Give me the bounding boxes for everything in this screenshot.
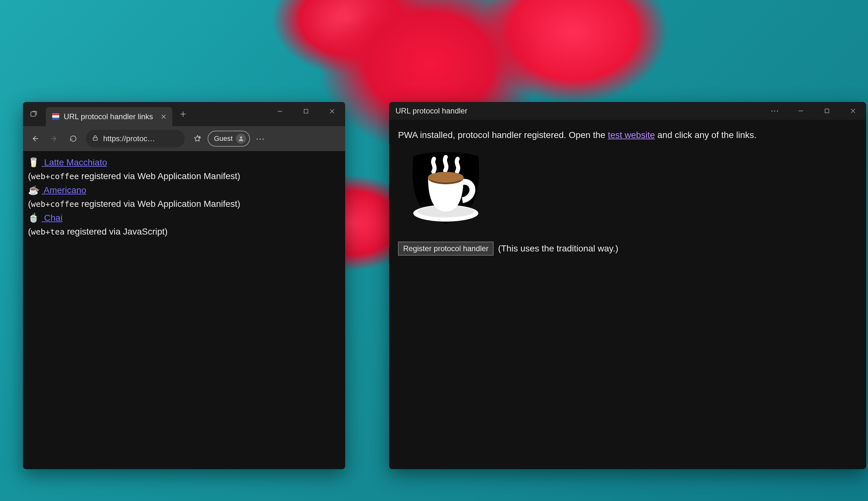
address-bar[interactable]: https://protoc… — [86, 130, 185, 148]
svg-point-6 — [240, 136, 242, 139]
profile-button[interactable]: Guest — [208, 131, 250, 147]
lock-icon — [92, 135, 99, 143]
page-content: 🥛 Latte Macchiato (web+coffee registered… — [23, 151, 345, 469]
svg-rect-7 — [825, 109, 829, 113]
window-controls — [267, 102, 345, 120]
close-window-button[interactable] — [840, 102, 866, 120]
link-row: 🍵 Chai (web+tea registered via JavaScrip… — [28, 211, 340, 239]
link-note: (web+tea registered via JavaScript) — [28, 227, 167, 236]
app-more-button[interactable]: ⋯ — [762, 102, 788, 120]
browser-window: URL protocol handler links — [23, 102, 345, 469]
minimize-button[interactable] — [267, 102, 293, 120]
pwa-titlebar: URL protocol handler ⋯ — [389, 102, 866, 120]
link-chai[interactable]: Chai — [42, 213, 63, 223]
maximize-button[interactable] — [293, 102, 319, 120]
link-note: (web+coffee registered via Web Applicati… — [28, 199, 240, 209]
svg-rect-1 — [52, 113, 59, 115]
link-latte-macchiato[interactable]: Latte Macchiato — [42, 158, 107, 167]
svg-rect-5 — [93, 138, 97, 140]
address-text: https://protoc… — [103, 134, 155, 143]
tab-title: URL protocol handler links — [64, 112, 153, 121]
favorites-button[interactable] — [188, 130, 206, 148]
minimize-button[interactable] — [788, 102, 814, 120]
forward-button[interactable] — [45, 130, 63, 148]
coffee-cup-icon — [398, 148, 497, 234]
link-test-website[interactable]: test website — [608, 130, 655, 140]
svg-rect-4 — [304, 109, 308, 113]
favicon-icon — [52, 113, 60, 121]
emoji-icon: 🍵 — [28, 213, 39, 223]
pwa-content: PWA installed, protocol handler register… — [389, 120, 866, 264]
profile-label: Guest — [214, 135, 233, 143]
tab-close-button[interactable] — [161, 112, 166, 122]
pwa-window: URL protocol handler ⋯ PWA installed, pr… — [389, 102, 866, 469]
browser-toolbar: https://protoc… Guest ⋯ — [23, 126, 345, 151]
pwa-title: URL protocol handler — [395, 106, 468, 115]
emoji-icon: 🥛 — [28, 158, 39, 167]
link-row: ☕ Americano (web+coffee registered via W… — [28, 183, 340, 211]
window-controls: ⋯ — [762, 102, 866, 120]
svg-rect-2 — [52, 115, 59, 118]
browser-titlebar: URL protocol handler links — [23, 102, 345, 126]
settings-more-button[interactable]: ⋯ — [251, 130, 269, 148]
svg-rect-0 — [31, 112, 35, 116]
register-row: Register protocol handler (This uses the… — [398, 242, 857, 256]
browser-tab[interactable]: URL protocol handler links — [46, 107, 172, 126]
register-protocol-handler-button[interactable]: Register protocol handler — [398, 242, 494, 256]
link-row: 🥛 Latte Macchiato (web+coffee registered… — [28, 156, 340, 183]
avatar-icon — [236, 134, 246, 144]
link-americano[interactable]: Americano — [42, 185, 86, 195]
tab-actions-button[interactable] — [27, 107, 41, 121]
maximize-button[interactable] — [814, 102, 840, 120]
emoji-icon: ☕ — [28, 185, 39, 195]
svg-rect-3 — [52, 118, 59, 120]
pwa-message: PWA installed, protocol handler register… — [398, 128, 857, 142]
close-window-button[interactable] — [319, 102, 345, 120]
back-button[interactable] — [26, 130, 44, 148]
link-note: (web+coffee registered via Web Applicati… — [28, 171, 240, 181]
refresh-button[interactable] — [64, 130, 82, 148]
new-tab-button[interactable] — [175, 106, 191, 122]
register-note: (This uses the traditional way.) — [498, 242, 618, 255]
